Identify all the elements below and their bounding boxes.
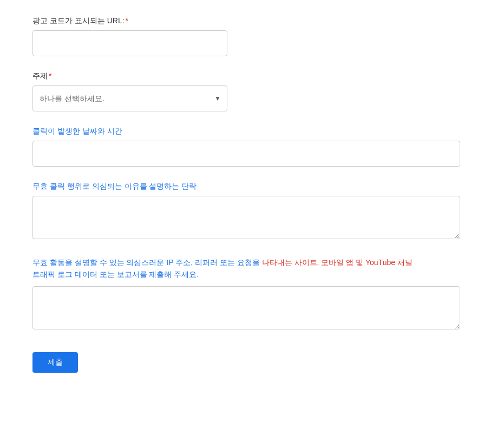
subject-select-wrapper: 하나를 선택하세요. ▼ [32,85,227,111]
subject-select[interactable]: 하나를 선택하세요. [32,85,227,111]
datetime-input[interactable] [32,141,460,167]
datetime-group: 클릭이 발생한 날짜와 시간 [32,127,472,167]
submit-group: 제출 [32,347,472,373]
evidence-group: 무효 활동을 설명할 수 있는 의심스러운 IP 주소, 리퍼러 또는 요청을 … [32,256,472,332]
evidence-textarea[interactable] [32,286,460,329]
form-container: 광고 코드가 표시되는 URL:* 주제* 하나를 선택하세요. ▼ 클릭이 발… [32,11,472,393]
evidence-description: 무효 활동을 설명할 수 있는 의심스러운 IP 주소, 리퍼러 또는 요청을 … [32,256,472,281]
subject-group: 주제* 하나를 선택하세요. ▼ [32,71,472,111]
subject-label: 주제* [32,71,472,81]
reason-label: 무효 클릭 행위로 의심되는 이유를 설명하는 단락 [32,182,472,192]
reason-textarea[interactable] [32,196,460,239]
url-label: 광고 코드가 표시되는 URL:* [32,16,472,26]
reason-group: 무효 클릭 행위로 의심되는 이유를 설명하는 단락 [32,182,472,241]
url-input[interactable] [32,30,227,56]
url-group: 광고 코드가 표시되는 URL:* [32,16,472,56]
submit-button[interactable]: 제출 [32,352,78,373]
datetime-label: 클릭이 발생한 날짜와 시간 [32,127,472,136]
